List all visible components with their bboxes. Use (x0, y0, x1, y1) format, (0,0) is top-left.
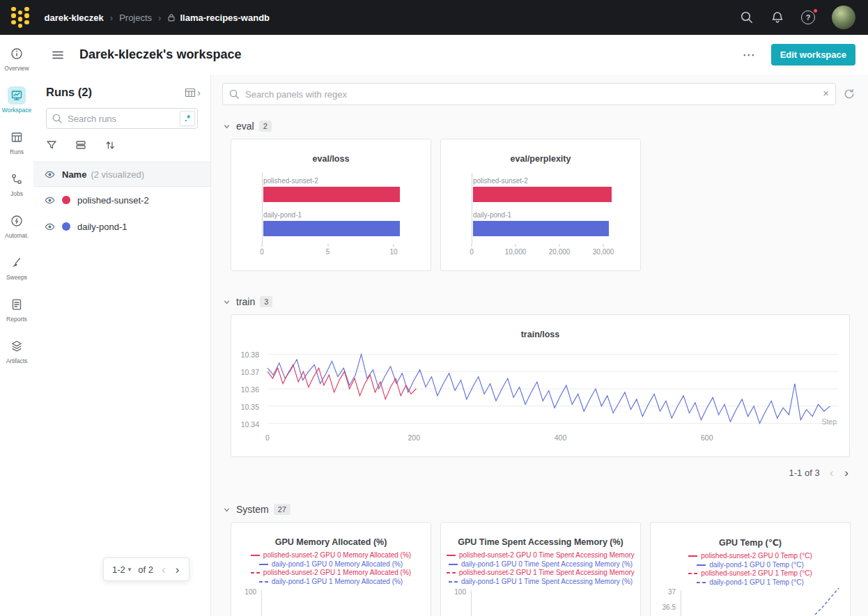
filter-icon[interactable] (46, 139, 57, 151)
legend-label: daily-pond-1 GPU 0 Time Spent Accessing … (461, 560, 633, 569)
bar-plot: polished-sunset-2daily-pond-1 (262, 173, 407, 244)
legend-entry: daily-pond-1 GPU 0 Time Spent Accessing … (441, 560, 640, 569)
reports-icon (10, 298, 23, 311)
panel-gpu-time-accessing-memory[interactable]: GPU Time Spent Accessing Memory (%) poli… (440, 522, 641, 616)
series-polished-sunset-2 (268, 364, 416, 399)
runs-search-input[interactable] (46, 108, 198, 129)
y-tick-label: 36.5 (659, 603, 676, 611)
page-range-dropdown[interactable]: 1-2 ▾ (112, 564, 131, 575)
bar-polished-sunset-2[interactable] (263, 187, 400, 202)
workspace-title: Darek-kleczek's workspace (79, 47, 241, 62)
legend-line-icon (697, 564, 706, 566)
prev-page-button[interactable]: ‹ (828, 467, 835, 479)
train-loss-plot[interactable] (268, 346, 839, 429)
clear-search-icon[interactable]: × (823, 87, 829, 99)
panel-search-input[interactable] (222, 83, 836, 105)
panel-gpu-temp[interactable]: GPU Temp (℃) polished-sunset-2 GPU 0 Tem… (650, 522, 851, 616)
runs-table-icon (10, 131, 23, 144)
legend-label: daily-pond-1 GPU 0 Memory Allocated (%) (272, 560, 403, 569)
chart-plot: 100 (449, 588, 633, 616)
eval-panels-row: eval/loss polished-sunset-2daily-pond-1 … (231, 139, 850, 271)
user-avatar[interactable] (832, 6, 855, 29)
sidebar-item-label: Overview (4, 65, 29, 72)
y-tick-label: 100 (449, 588, 466, 596)
bar-polished-sunset-2[interactable] (473, 187, 612, 202)
visibility-eye-icon[interactable] (45, 222, 55, 232)
run-name[interactable]: daily-pond-1 (77, 222, 127, 232)
x-tick-label: 0 (470, 248, 474, 256)
section-system-header[interactable]: System 27 (222, 504, 857, 515)
prev-page-button[interactable]: ‹ (160, 564, 167, 576)
run-row[interactable]: polished-sunset-2 (33, 187, 210, 213)
regex-toggle-button[interactable]: .* (180, 111, 195, 126)
legend-entry: daily-pond-1 GPU 0 Memory Allocated (%) (231, 560, 431, 569)
sidebar-item-runs[interactable]: Runs (0, 128, 33, 155)
legend-line-icon (688, 573, 697, 574)
section-count-badge: 3 (260, 296, 272, 307)
logo-dots (18, 10, 23, 29)
wandb-logo[interactable] (8, 4, 32, 31)
sidebar-item-overview[interactable]: Overview (0, 45, 33, 72)
panel-gpu-memory-allocated[interactable]: GPU Memory Allocated (%) polished-sunset… (231, 522, 431, 616)
panel-title: GPU Temp (℃) (651, 537, 850, 548)
sidebar-item-workspace[interactable]: Workspace (0, 86, 33, 114)
breadcrumb-project[interactable]: llama-recipes-wandb (180, 13, 270, 23)
workspace-header: Darek-kleczek's workspace ⋯ Edit workspa… (33, 35, 868, 75)
breadcrumb-projects[interactable]: Projects (119, 13, 152, 23)
bar-category-label: polished-sunset-2 (473, 177, 617, 185)
bar-daily-pond-1[interactable] (263, 221, 400, 236)
panel-title: GPU Memory Allocated (%) (231, 537, 431, 547)
x-axis-label: Step (821, 417, 837, 426)
sidebar-item-artifacts[interactable]: Artifacts (0, 337, 33, 364)
breadcrumb-separator-icon: › (110, 13, 113, 23)
run-row[interactable]: daily-pond-1 (33, 213, 210, 240)
y-axis-line (681, 590, 681, 616)
hamburger-menu-icon[interactable] (52, 49, 64, 61)
next-page-button[interactable]: › (843, 467, 850, 479)
legend-line-icon (259, 564, 268, 565)
sort-icon[interactable] (104, 139, 116, 151)
workspace-icon (10, 89, 23, 102)
panel-eval-perplexity[interactable]: eval/perplexity polished-sunset-2daily-p… (440, 139, 641, 271)
panel-train-loss[interactable]: train/loss 10.3410.3510.3610.3710.38 020… (231, 314, 850, 457)
bar-daily-pond-1[interactable] (473, 221, 609, 236)
x-tick-label: 10 (390, 248, 398, 256)
page-indicator: 1-1 of 3 (789, 468, 820, 478)
help-icon[interactable]: ? (801, 10, 815, 24)
group-icon[interactable] (75, 139, 86, 151)
system-panels-row: GPU Memory Allocated (%) polished-sunset… (231, 522, 850, 616)
panel-title: eval/perplexity (441, 154, 640, 164)
x-tick-label: 600 (701, 433, 713, 442)
sidebar-item-label: Jobs (10, 190, 23, 197)
bar-axis: 010,00020,00030,000 (472, 244, 617, 258)
y-tick-label: 37 (659, 588, 676, 596)
visibility-eye-icon[interactable] (45, 169, 55, 180)
legend-label: daily-pond-1 GPU 0 Temp (°C) (709, 561, 804, 570)
sidebar-item-jobs[interactable]: Jobs (0, 170, 33, 197)
visibility-eye-icon[interactable] (45, 195, 55, 206)
y-tick-label: 10.36 (241, 385, 259, 394)
sidebar-item-sweeps[interactable]: Sweeps (0, 254, 33, 281)
search-history-icon[interactable] (843, 88, 857, 100)
sidebar-item-automations[interactable]: Automat. (0, 212, 33, 239)
breadcrumb-entity[interactable]: darek-kleczek (45, 13, 104, 23)
train-xtick-labels: 0200400600 (268, 433, 839, 442)
expand-runs-table-button[interactable]: › (185, 87, 201, 98)
more-options-button[interactable]: ⋯ (743, 47, 756, 63)
next-page-button[interactable]: › (174, 564, 181, 576)
notifications-bell-icon[interactable] (770, 10, 784, 24)
panel-eval-loss[interactable]: eval/loss polished-sunset-2daily-pond-1 … (231, 139, 431, 271)
panel-search: × (222, 83, 836, 105)
sidebar-item-reports[interactable]: Reports (0, 295, 33, 323)
edit-workspace-button[interactable]: Edit workspace (771, 44, 855, 66)
runs-table-header: Name (2 visualized) (33, 162, 210, 187)
bar-axis: 0510 (262, 244, 407, 258)
runs-panel-header: Runs (2) › (33, 75, 210, 99)
section-eval-header[interactable]: eval 2 (222, 121, 857, 132)
section-label: eval (236, 121, 254, 132)
section-train-header[interactable]: train 3 (222, 296, 857, 307)
name-column-header[interactable]: Name (62, 169, 86, 180)
chevron-down-icon (222, 298, 231, 307)
search-icon[interactable] (740, 10, 754, 24)
run-name[interactable]: polished-sunset-2 (77, 195, 149, 206)
